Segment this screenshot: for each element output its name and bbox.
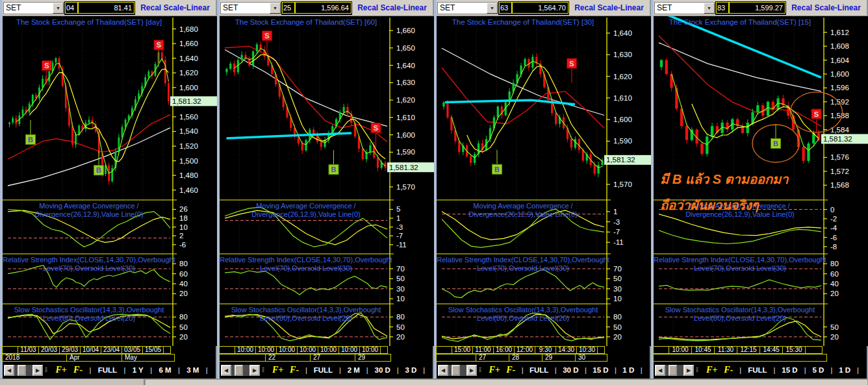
svg-text:S: S <box>44 62 49 69</box>
scrollbar-thumb[interactable] <box>18 365 26 376</box>
font-decrease-button[interactable]: F- <box>290 365 299 375</box>
grip-icon: ⁞⁞ <box>45 367 47 373</box>
svg-text:The Stock Exchange of Thailand: The Stock Exchange of Thailand(SET) [60] <box>235 18 377 26</box>
period-button-15d[interactable]: 15 D <box>593 366 608 374</box>
scrollbar-track[interactable] <box>26 365 32 376</box>
svg-text:80: 80 <box>179 313 188 321</box>
period-button-6m[interactable]: 6 M <box>159 366 171 374</box>
period-button-3d[interactable]: 3 D <box>405 366 416 374</box>
recal-scale-button[interactable]: Recal Scale-Linear <box>786 1 866 15</box>
svg-text:Moving Average Convergence /: Moving Average Convergence / <box>256 202 356 210</box>
scroll-left-icon[interactable]: ◀ <box>655 365 665 376</box>
scrollbar-track[interactable] <box>243 365 249 376</box>
symbol-dropdown[interactable]: SET ▼ <box>437 2 498 14</box>
svg-text:20: 20 <box>396 333 405 341</box>
symbol-value: SET <box>440 3 455 12</box>
scroll-right-icon[interactable]: ▶ <box>466 365 477 376</box>
svg-text:5: 5 <box>396 205 400 213</box>
period-button-30d[interactable]: 30 D <box>563 366 578 374</box>
chart-scrollbar[interactable]: ◀ ▶ <box>655 365 694 376</box>
axis-label-cell: 27 <box>476 354 509 362</box>
scrollbar-thumb[interactable] <box>669 365 677 376</box>
svg-text:Level(80),Oversold Level(20): Level(80),Oversold Level(20) <box>260 314 352 322</box>
date-axis-row <box>654 354 867 362</box>
scrollbar-track[interactable] <box>677 365 683 376</box>
axis-empty-cell <box>219 354 266 362</box>
svg-text:26: 26 <box>179 205 188 213</box>
period-button-5d[interactable]: 5 D <box>812 366 824 374</box>
symbol-dropdown[interactable]: SET ▼ <box>3 2 64 14</box>
scroll-right-icon[interactable]: ▶ <box>683 365 694 376</box>
chart-canvas[interactable]: 1,6601,6501,6401,6301,6201,6101,6001,590… <box>220 16 437 346</box>
chart-scrollbar[interactable]: ◀ ▶ <box>4 365 43 376</box>
period-button-full[interactable]: FULL <box>98 366 117 374</box>
svg-text:Relative Strength Index(CLOSE,: Relative Strength Index(CLOSE,14,30,70),… <box>3 256 175 264</box>
scroll-left-icon[interactable]: ◀ <box>221 365 231 376</box>
chart-canvas[interactable]: 1,6121,6081,6041,6001,5961,5921,5881,584… <box>654 16 868 346</box>
font-decrease-button[interactable]: F- <box>506 365 515 375</box>
axis-label-cell: 22 <box>265 354 311 362</box>
chevron-down-icon[interactable]: ▼ <box>487 3 498 14</box>
scrollbar-thumb[interactable] <box>452 365 460 376</box>
svg-text:B: B <box>28 136 33 143</box>
axis-label-cell: 10:45 <box>691 346 715 354</box>
time-axis-row: 11/0320/0329/0310/0423/0403/0515/05 <box>3 346 216 354</box>
svg-text:S: S <box>569 60 574 68</box>
svg-text:-7: -7 <box>613 228 620 236</box>
svg-text:50: 50 <box>396 323 405 331</box>
scroll-left-icon[interactable]: ◀ <box>438 365 448 376</box>
period-button-3m[interactable]: 3 M <box>186 366 199 374</box>
chart-canvas[interactable]: 1,6401,6301,6201,6101,6001,5901,570BS1,5… <box>437 16 654 346</box>
chart-window: SET ▼ 25 1,596.64 Recal Scale-Linear 1,6… <box>217 0 434 379</box>
svg-text:1,588: 1,588 <box>830 112 849 119</box>
chart-canvas[interactable]: 1,6801,6601,6401,6201,6001,5601,5401,520… <box>3 16 220 346</box>
footer-separator: | <box>397 366 399 374</box>
chart-scrollbar[interactable]: ◀ ▶ <box>438 365 477 376</box>
axis-empty-cell <box>805 346 823 354</box>
svg-text:20: 20 <box>179 333 188 341</box>
scroll-right-icon[interactable]: ▶ <box>32 365 43 376</box>
recal-scale-button[interactable]: Recal Scale-Linear <box>352 1 432 15</box>
scroll-right-icon[interactable]: ▶ <box>249 365 260 376</box>
period-button-15d[interactable]: 15 D <box>782 366 797 374</box>
last-value-field: 81.41 <box>78 2 134 14</box>
font-decrease-button[interactable]: F- <box>724 365 733 375</box>
footer-separator: | <box>123 366 125 374</box>
period-button-2m[interactable]: 2 M <box>348 366 360 374</box>
recal-scale-button[interactable]: Recal Scale-Linear <box>569 1 649 15</box>
chart-scrollbar[interactable]: ◀ ▶ <box>221 365 260 376</box>
scrollbar-track[interactable] <box>460 365 466 376</box>
symbol-dropdown[interactable]: SET ▼ <box>220 2 281 14</box>
period-button-full[interactable]: FULL <box>748 366 767 374</box>
chevron-down-icon[interactable]: ▼ <box>704 3 715 14</box>
svg-text:Divergence(26,12,9),Value Line: Divergence(26,12,9),Value Line(0) <box>34 210 143 218</box>
period-button-1d[interactable]: 1 D <box>622 366 634 374</box>
period-button-30d[interactable]: 30 D <box>374 366 390 374</box>
panel-toolbar: SET ▼ 25 1,596.64 Recal Scale-Linear <box>220 0 433 16</box>
font-increase-button[interactable]: F+ <box>489 365 500 375</box>
symbol-dropdown[interactable]: SET ▼ <box>654 2 715 14</box>
font-increase-button[interactable]: F+ <box>706 365 717 375</box>
chevron-down-icon[interactable]: ▼ <box>53 3 64 14</box>
svg-text:40: 40 <box>179 280 188 288</box>
font-increase-button[interactable]: F+ <box>272 365 283 375</box>
scrollbar-thumb[interactable] <box>235 365 243 376</box>
symbol-value: SET <box>657 3 672 12</box>
footer-separator: | <box>305 366 307 374</box>
period-button-full[interactable]: FULL <box>530 366 548 374</box>
period-button-full[interactable]: FULL <box>314 366 333 374</box>
svg-text:20: 20 <box>613 333 622 341</box>
period-button-1y[interactable]: 1 Y <box>133 366 144 374</box>
footer-separator: | <box>89 366 91 374</box>
axis-label-cell: 11:30 <box>714 346 737 354</box>
svg-text:0: 0 <box>830 206 834 214</box>
chevron-down-icon[interactable]: ▼ <box>270 3 281 14</box>
recal-scale-button[interactable]: Recal Scale-Linear <box>135 1 215 15</box>
scroll-left-icon[interactable]: ◀ <box>4 365 14 376</box>
font-increase-button[interactable]: F+ <box>55 365 66 375</box>
svg-text:30: 30 <box>613 285 622 293</box>
panel-toolbar: SET ▼ 83 1,599.27 Recal Scale-Linear <box>654 0 867 16</box>
period-button-1d[interactable]: 1 D <box>839 366 850 374</box>
panel-footer: ◀ ▶ ⁞⁞ F+F-|FULL|30 D|15 D|1 D| <box>437 362 650 379</box>
font-decrease-button[interactable]: F- <box>73 365 83 375</box>
